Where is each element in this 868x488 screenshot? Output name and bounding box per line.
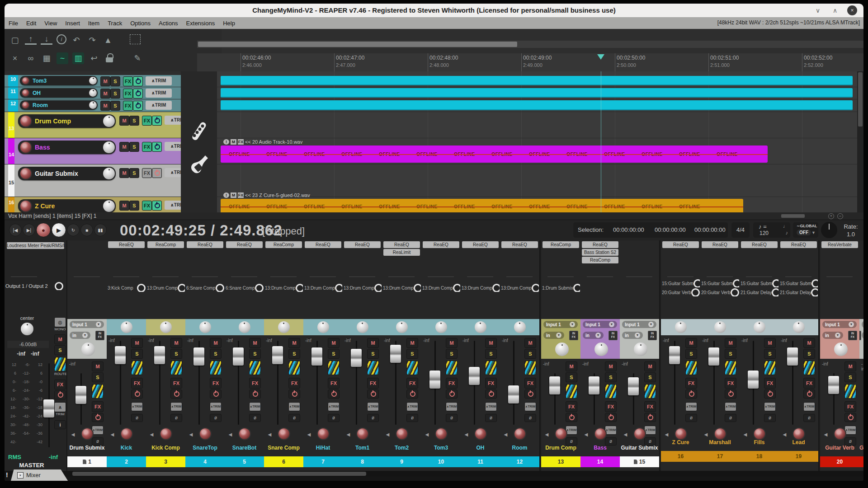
send-slot[interactable]: 13:Drum Comp: [501, 284, 539, 292]
track-name-panel[interactable]: OH: [20, 88, 98, 98]
send-slot[interactable]: 15:Guitar Subm: [662, 279, 700, 287]
input-selector[interactable]: Input 1▼: [543, 321, 578, 328]
selection-start[interactable]: 00:00:00:00: [613, 226, 644, 233]
fx-button[interactable]: FX: [328, 378, 340, 389]
send-slot[interactable]: 13:Drum Comp: [383, 284, 421, 292]
track-panel-14[interactable]: 14BassMSFX∧TRIM: [5, 138, 181, 164]
speaker-icon[interactable]: ◄: [623, 431, 628, 438]
record-arm-button[interactable]: [633, 427, 646, 440]
new-project-icon[interactable]: ▢: [9, 34, 21, 46]
phase-button[interactable]: ø: [170, 414, 182, 422]
record-arm-button[interactable]: [19, 167, 32, 180]
item-fx-icon[interactable]: FX: [238, 192, 244, 198]
input-mode-selector[interactable]: in▼: [70, 332, 90, 339]
solo-button[interactable]: S: [129, 116, 139, 126]
speaker-icon[interactable]: ◄: [664, 431, 670, 438]
selection-box[interactable]: Selection: 00:00:00:00 00:00:00:00 00:00…: [573, 222, 728, 238]
input-mode-selector[interactable]: in▼: [543, 332, 564, 339]
speaker-icon[interactable]: ◄: [424, 431, 430, 438]
mute-button[interactable]: M: [803, 338, 815, 348]
track-panel-12[interactable]: 12RoomMSFX∧TRIM: [5, 99, 181, 112]
send-knob[interactable]: [532, 284, 539, 292]
strip-number-band[interactable]: 2: [107, 456, 146, 467]
send-slot[interactable]: 15:Guitar Subm: [741, 279, 778, 287]
volume-fader[interactable]: [154, 346, 165, 364]
mixer-strip-guitar-submix[interactable]: Input 1▼in▼INFX-infMSFX∧TRIMø◄Guitar Sub…: [620, 240, 660, 471]
route-button[interactable]: [92, 384, 104, 399]
mixer-strip-snaretop[interactable]: ReaEQ6:Snare Comp-infMSFX∧TRIMø◄SnareTop…: [185, 240, 225, 471]
fx-bypass-button[interactable]: [54, 390, 66, 399]
fx-slot[interactable]: ReaEQ: [780, 241, 817, 248]
fx-button[interactable]: FX: [210, 378, 222, 389]
fader-track[interactable]: [513, 341, 514, 425]
solo-button[interactable]: S: [54, 345, 66, 355]
audio-item-track-12[interactable]: [221, 100, 853, 110]
fx-slot[interactable]: ReaEQ: [462, 241, 499, 248]
mixer-strip-kick[interactable]: ReaEQ3:Kick Comp-infMSFX∧TRIMø◄Kick2: [107, 240, 146, 471]
mute-button[interactable]: M: [328, 338, 340, 348]
mute-button[interactable]: M: [54, 334, 66, 344]
mixer-strip-marshall[interactable]: ReaEQ15:Guitar Subm20:Guitar Verb-infMSF…: [700, 240, 740, 471]
fx-slot[interactable]: ReaEQ: [108, 241, 145, 248]
route-button[interactable]: [170, 361, 182, 375]
item-notes-icon[interactable]: !: [223, 139, 229, 145]
input-mode-selector[interactable]: in▼: [822, 332, 843, 339]
pan-knob[interactable]: [435, 321, 447, 333]
mixer-strip-lead[interactable]: ReaEQ15:Guitar Subm21:Guitar Delay-infMS…: [779, 240, 819, 471]
trim-envelope-button[interactable]: ∧TRIM: [524, 402, 536, 411]
trim-envelope-button[interactable]: ∧TRIM: [146, 89, 172, 98]
mixer-strip-kick-comp[interactable]: ReaComp13:Drum Comp-infMSFX∧TRIMø◄Kick C…: [146, 240, 186, 471]
fx-slot[interactable]: ReaEQ: [702, 241, 738, 248]
fx-bypass-button[interactable]: [485, 389, 497, 399]
solo-button[interactable]: S: [249, 349, 261, 359]
selection-length[interactable]: 00:00:00:00: [694, 226, 726, 233]
fx-bypass-button[interactable]: [524, 389, 536, 399]
solo-button[interactable]: S: [485, 349, 497, 359]
solo-button[interactable]: S: [288, 349, 300, 359]
mixer-strip-bass[interactable]: ReaEQBass Station S2ReaCompInput 1▼in▼IN…: [580, 240, 620, 471]
mute-button[interactable]: M: [406, 338, 418, 348]
mute-button[interactable]: M: [485, 338, 497, 348]
trim-envelope-button[interactable]: ∧TRIM: [146, 101, 172, 110]
strip-number-band[interactable]: 4: [185, 456, 225, 467]
solo-button[interactable]: S: [566, 372, 577, 382]
input-mode-selector[interactable]: in▼: [583, 332, 604, 339]
mixer-strip-room[interactable]: ReaEQ13:Drum Comp-infMSFX∧TRIMø◄Room12: [500, 240, 540, 471]
volume-fader[interactable]: [233, 347, 244, 366]
trim-envelope-button[interactable]: ∧TRIM: [446, 402, 458, 411]
speaker-icon[interactable]: ◄: [149, 431, 155, 438]
strip-number-band[interactable]: 10: [421, 456, 461, 467]
trim-envelope-button[interactable]: ∧TRIM: [165, 142, 181, 151]
volume-fader[interactable]: [589, 376, 599, 394]
mute-button[interactable]: M: [210, 338, 222, 348]
fx-button[interactable]: FX: [446, 378, 458, 389]
strip-number-band[interactable]: 19: [779, 451, 818, 462]
fx-bypass-button[interactable]: [328, 389, 340, 399]
fx-slot[interactable]: Bass Station S2: [582, 249, 618, 256]
trim-envelope-button[interactable]: ∧TRIM: [131, 402, 143, 411]
record-arm-button[interactable]: [555, 427, 567, 440]
fx-bypass-button[interactable]: [133, 101, 143, 111]
record-arm-button[interactable]: [714, 427, 726, 440]
fx-slot[interactable]: ReaEQ: [305, 241, 341, 248]
strip-number-band[interactable]: 11: [461, 456, 500, 467]
send-knob[interactable]: [573, 284, 580, 292]
send-slot[interactable]: 6:Snare Comp: [226, 284, 264, 292]
volume-fader[interactable]: [75, 386, 86, 404]
mute-button[interactable]: M: [524, 338, 536, 348]
play-button[interactable]: ▶: [52, 223, 66, 237]
input-fx-button[interactable]: INFX: [609, 331, 618, 340]
mute-button[interactable]: M: [100, 89, 110, 99]
fx-bypass-button[interactable]: [133, 89, 143, 99]
mixer-strip-snare-comp[interactable]: ReaComp13:Drum Comp-infMSFX∧TRIMø◄Snare …: [264, 240, 304, 471]
record-arm-button[interactable]: [753, 427, 766, 440]
playhead-marker[interactable]: [597, 54, 604, 60]
pan-knob[interactable]: [714, 321, 726, 333]
volume-fader[interactable]: [390, 345, 401, 363]
trim-envelope-button[interactable]: ∧TRIM: [288, 402, 300, 411]
send-knob[interactable]: [733, 279, 739, 287]
send-slot[interactable]: 3:Kick Comp: [108, 284, 146, 292]
time-signature-box[interactable]: 4/4: [731, 222, 750, 238]
strip-number-band[interactable]: 14: [580, 456, 620, 467]
mute-button[interactable]: M: [566, 361, 577, 371]
